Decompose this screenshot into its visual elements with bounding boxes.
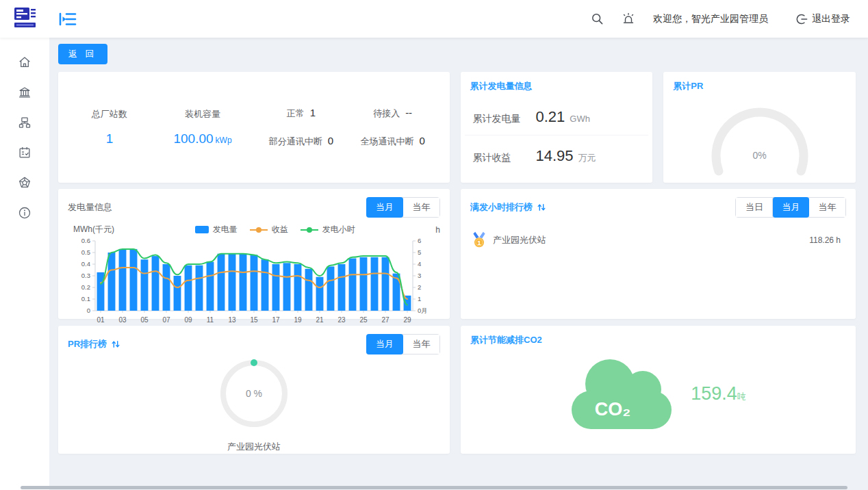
- legend-bar-swatch: [195, 226, 209, 233]
- svg-text:4: 4: [418, 260, 421, 268]
- pr-ring-gauge: 0 %: [216, 356, 292, 431]
- status-partial-comm-loss: 部分通讯中断0: [269, 135, 333, 148]
- rank-row[interactable]: 1 产业园光伏站 118.26 h: [461, 218, 856, 248]
- collapse-sidebar-button[interactable]: [59, 12, 77, 27]
- status-pending: 待接入--: [373, 107, 412, 120]
- svg-text:25: 25: [359, 316, 368, 324]
- stat-installed-capacity: 装机容量 100.00kWp: [150, 108, 255, 146]
- svg-text:23: 23: [337, 316, 346, 324]
- svg-text:0: 0: [87, 307, 90, 314]
- sidebar-item-devices[interactable]: [0, 107, 49, 138]
- co2-value-wrap: 159.4吨: [691, 383, 746, 404]
- card-title: 发电量信息: [68, 201, 112, 214]
- app-logo: [0, 6, 49, 32]
- svg-text:01: 01: [97, 316, 105, 324]
- pr-ring-value: 0 %: [216, 356, 292, 431]
- status-label: 全场通讯中断: [360, 136, 413, 146]
- co2-cloud-icon: CO₂: [570, 355, 673, 432]
- info-icon: [17, 205, 32, 220]
- device-topology-icon: [17, 115, 32, 130]
- legend-hours[interactable]: 发电小时: [301, 224, 355, 235]
- generation-bar-line-chart: 00.10.20.30.40.50.60月1234560103050709111…: [64, 237, 439, 327]
- logout-label: 退出登录: [812, 13, 850, 25]
- svg-text:2: 2: [418, 283, 421, 291]
- legend-generation[interactable]: 发电量: [195, 224, 238, 235]
- row-unit: GWh: [570, 114, 590, 124]
- svg-text:07: 07: [162, 316, 170, 324]
- svg-text:0.4: 0.4: [81, 260, 90, 268]
- legend-line-swatch: [301, 226, 318, 233]
- search-button[interactable]: [591, 12, 604, 25]
- rank-period-tabs: 当日 当月 当年: [735, 197, 846, 218]
- logout-button[interactable]: 退出登录: [795, 13, 850, 25]
- sidebar-item-home[interactable]: [0, 47, 49, 77]
- station-name: 产业园光伏站: [493, 234, 546, 246]
- tab-current-year[interactable]: 当年: [808, 198, 845, 217]
- svg-text:0.6: 0.6: [81, 237, 90, 244]
- svg-text:11: 11: [207, 316, 214, 324]
- tab-current-month[interactable]: 当月: [366, 197, 403, 218]
- co2-cloud-label: CO₂: [595, 399, 631, 420]
- plant-icon: [17, 85, 32, 100]
- svg-text:03: 03: [118, 316, 127, 324]
- svg-text:0.2: 0.2: [81, 283, 90, 291]
- sidebar-item-plants[interactable]: [0, 77, 49, 107]
- svg-text:6: 6: [418, 237, 421, 244]
- home-icon: [17, 55, 32, 70]
- svg-text:3: 3: [418, 272, 421, 279]
- status-full-comm-loss: 全场通讯中断0: [360, 135, 424, 148]
- tab-current-day[interactable]: 当日: [736, 198, 773, 217]
- cumulative-pr-card: 累计PR 0%: [663, 72, 856, 183]
- legend-label: 发电量: [213, 224, 238, 235]
- search-icon: [591, 12, 604, 25]
- status-label: 正常: [287, 108, 305, 118]
- svg-text:0.3: 0.3: [81, 272, 90, 279]
- chart-period-tabs: 当月 当年: [366, 197, 440, 218]
- stat-value: 1: [106, 131, 114, 146]
- tab-current-year[interactable]: 当年: [403, 198, 439, 217]
- status-column-left: 正常1 部分通讯中断0: [255, 107, 347, 148]
- gauge-arc-icon: [671, 96, 849, 177]
- svg-text:5: 5: [418, 248, 421, 256]
- svg-text:19: 19: [294, 316, 302, 324]
- sidebar-item-info[interactable]: [0, 198, 49, 228]
- station-hours: 118.26 h: [809, 235, 841, 245]
- sidebar-item-reports[interactable]: [0, 138, 49, 168]
- sidebar-item-analysis[interactable]: [0, 168, 49, 198]
- legend-revenue[interactable]: 收益: [250, 224, 288, 235]
- station-name: 产业园光伏站: [227, 441, 281, 453]
- alarm-siren-icon: [622, 12, 635, 26]
- svg-text:27: 27: [381, 316, 390, 324]
- stat-label: 装机容量: [150, 108, 255, 120]
- report-icon: [17, 145, 32, 160]
- svg-text:09: 09: [184, 316, 192, 324]
- logout-icon: [795, 13, 808, 25]
- row-value: 0.21: [536, 108, 565, 126]
- cumulative-generation-row: 累计发电量 0.21 GWh: [465, 96, 649, 135]
- top-header: 欢迎您，智光产业园管理员 退出登录: [0, 0, 868, 38]
- left-axis-label: MWh(千元): [73, 224, 114, 235]
- stat-unit: kWp: [216, 136, 232, 145]
- main-content: 返 回 总厂站数 1 装机容量 100.00kWp 正常1 部分通讯中断0: [49, 38, 868, 490]
- sort-icon[interactable]: [111, 339, 120, 349]
- svg-text:05: 05: [140, 316, 149, 324]
- legend-label: 发电小时: [322, 224, 355, 235]
- pr-gauge-value: 0%: [671, 150, 849, 161]
- back-button[interactable]: 返 回: [58, 44, 107, 64]
- cumulative-revenue-row: 累计收益 14.95 万元: [465, 135, 649, 174]
- alarm-button[interactable]: [622, 12, 635, 26]
- rank-number: 1: [477, 240, 481, 246]
- tab-current-year[interactable]: 当年: [403, 335, 439, 354]
- status-value: --: [405, 107, 412, 118]
- stat-value: 100.00: [173, 131, 213, 146]
- row-label: 累计收益: [473, 152, 532, 164]
- tab-current-month[interactable]: 当月: [772, 197, 809, 218]
- tab-current-month[interactable]: 当月: [366, 334, 403, 354]
- sort-icon[interactable]: [537, 203, 546, 212]
- stat-total-plants: 总厂站数 1: [69, 108, 150, 146]
- pr-gauge: 0%: [671, 96, 849, 177]
- co2-card: 累计节能减排CO2 CO₂ 159.4吨: [461, 326, 856, 454]
- full-hours-rank-card: 满发小时排行榜 当日 当月 当年: [461, 189, 856, 319]
- horizontal-scrollbar[interactable]: [21, 486, 847, 489]
- svg-text:17: 17: [272, 316, 280, 324]
